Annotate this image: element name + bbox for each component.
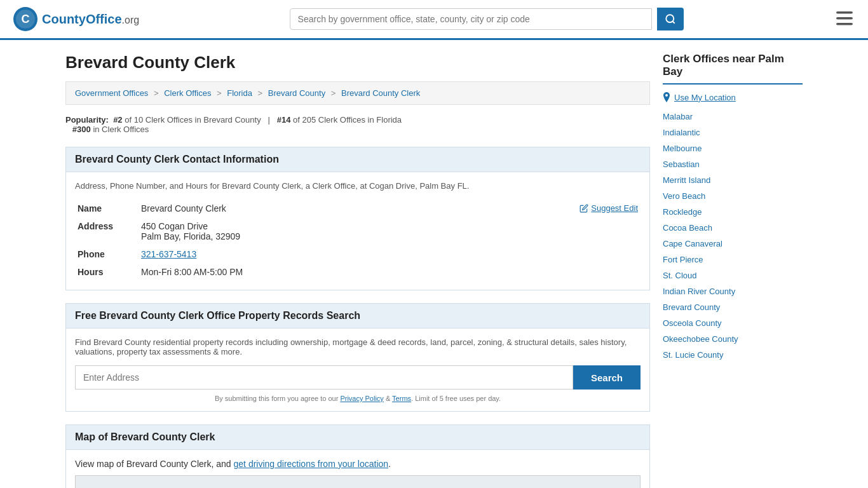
property-search-button[interactable]: Search — [573, 365, 641, 390]
popularity-desc2: of 205 Clerk Offices in Florida — [293, 115, 402, 125]
breadcrumb-link-gov[interactable]: Government Offices — [75, 88, 148, 98]
location-pin-icon — [663, 92, 670, 102]
breadcrumb-link-clerk[interactable]: Clerk Offices — [164, 88, 211, 98]
contact-section-body: Address, Phone Number, and Hours for Bre… — [65, 172, 650, 290]
sidebar-link[interactable]: Malabar — [663, 109, 803, 125]
address-input[interactable] — [75, 365, 573, 390]
sidebar-link[interactable]: Merritt Island — [663, 172, 803, 188]
header-search-input[interactable] — [290, 8, 652, 30]
contact-name-row: Name Brevard County Clerk Suggest Edit — [75, 200, 641, 217]
sidebar-link[interactable]: Okeechobee County — [663, 331, 803, 347]
sidebar-link[interactable]: Sebastian — [663, 156, 803, 172]
bc-sep-2: > — [217, 88, 222, 98]
popularity-rank3: #300 — [72, 125, 91, 134]
address-search-row: Search — [75, 365, 641, 390]
popularity-label: Popularity: — [65, 115, 109, 125]
breadcrumb: Government Offices > Clerk Offices > Flo… — [65, 81, 650, 105]
phone-label: Phone — [75, 245, 139, 263]
popularity-desc1: of 10 Clerk Offices in Brevard County — [125, 115, 261, 125]
name-value: Brevard County Clerk Suggest Edit — [139, 200, 641, 217]
popularity-rank2: #14 — [277, 115, 291, 125]
map-placeholder — [75, 475, 641, 488]
content-area: Brevard County Clerk Government Offices … — [65, 53, 650, 488]
contact-hours-row: Hours Mon-Fri 8:00 AM-5:00 PM — [75, 263, 641, 281]
sidebar: Clerk Offices near Palm Bay Use My Locat… — [663, 53, 803, 488]
phone-value: 321-637-5413 — [139, 245, 641, 263]
phone-link[interactable]: 321-637-5413 — [141, 249, 196, 259]
address-label: Address — [75, 217, 139, 245]
svg-line-4 — [672, 21, 674, 23]
breadcrumb-link-current[interactable]: Brevard County Clerk — [341, 88, 420, 98]
property-section-header: Free Brevard County Clerk Office Propert… — [65, 303, 650, 329]
bc-sep-3: > — [258, 88, 263, 98]
contact-phone-row: Phone 321-637-5413 — [75, 245, 641, 263]
name-label: Name — [75, 200, 139, 217]
hours-label: Hours — [75, 263, 139, 281]
logo-icon: C — [13, 6, 38, 32]
use-my-location-button[interactable]: Use My Location — [663, 92, 736, 102]
map-description: View map of Brevard County Clerk, and ge… — [75, 459, 641, 469]
driving-directions-link[interactable]: get driving directions from your locatio… — [234, 459, 389, 469]
header-search-area — [290, 8, 684, 30]
suggest-edit-button[interactable]: Suggest Edit — [580, 203, 638, 213]
header-search-button[interactable] — [657, 8, 684, 30]
site-header: C CountyOffice.org — [0, 0, 868, 40]
sidebar-link[interactable]: Rockledge — [663, 204, 803, 220]
property-section-body: Find Brevard County residential property… — [65, 329, 650, 412]
sidebar-link[interactable]: Cocoa Beach — [663, 220, 803, 236]
menu-button[interactable] — [834, 9, 855, 30]
svg-point-3 — [666, 15, 674, 22]
map-section-body: View map of Brevard County Clerk, and ge… — [65, 450, 650, 488]
sidebar-link[interactable]: St. Cloud — [663, 268, 803, 283]
logo-area: C CountyOffice.org — [13, 6, 139, 32]
contact-address-row: Address 450 Cogan Drive Palm Bay, Florid… — [75, 217, 641, 245]
sidebar-link[interactable]: Brevard County — [663, 299, 803, 315]
svg-rect-5 — [836, 11, 853, 14]
sidebar-link[interactable]: Indialantic — [663, 125, 803, 140]
popularity-desc3: in Clerk Offices — [93, 125, 149, 134]
edit-icon — [580, 204, 588, 213]
contact-section-header: Brevard County Clerk Contact Information — [65, 147, 650, 172]
sidebar-title: Clerk Offices near Palm Bay — [663, 53, 803, 85]
map-section-header: Map of Brevard County Clerk — [65, 424, 650, 450]
sidebar-link[interactable]: Cape Canaveral — [663, 236, 803, 252]
main-container: Brevard County Clerk Government Offices … — [53, 40, 815, 488]
breadcrumb-link-florida[interactable]: Florida — [227, 88, 252, 98]
sidebar-link[interactable]: Melbourne — [663, 140, 803, 156]
contact-description: Address, Phone Number, and Hours for Bre… — [75, 181, 641, 191]
sidebar-link[interactable]: Vero Beach — [663, 188, 803, 204]
svg-rect-7 — [836, 23, 853, 25]
sidebar-link[interactable]: Indian River County — [663, 283, 803, 299]
terms-link[interactable]: Terms — [392, 395, 411, 402]
sidebar-link[interactable]: Osceola County — [663, 315, 803, 331]
svg-rect-6 — [836, 17, 853, 20]
popularity-section: Popularity: #2 of 10 Clerk Offices in Br… — [65, 115, 650, 134]
logo-text: CountyOffice.org — [42, 12, 139, 27]
breadcrumb-link-brevard[interactable]: Brevard County — [268, 88, 325, 98]
sidebar-links-list: MalabarIndialanticMelbourneSebastianMerr… — [663, 109, 803, 363]
hours-value: Mon-Fri 8:00 AM-5:00 PM — [139, 263, 641, 281]
popularity-rank1: #2 — [113, 115, 122, 125]
bc-sep-1: > — [154, 88, 159, 98]
address-value: 450 Cogan Drive Palm Bay, Florida, 32909 — [139, 217, 641, 245]
privacy-policy-link[interactable]: Privacy Policy — [340, 395, 383, 402]
hamburger-icon — [836, 11, 853, 25]
search-icon — [665, 13, 676, 25]
sidebar-link[interactable]: Fort Pierce — [663, 252, 803, 268]
property-description: Find Brevard County residential property… — [75, 337, 641, 356]
form-disclaimer: By submitting this form you agree to our… — [75, 395, 641, 402]
bc-sep-4: > — [331, 88, 336, 98]
page-title: Brevard County Clerk — [65, 53, 650, 72]
svg-text:C: C — [22, 13, 30, 25]
sidebar-link[interactable]: St. Lucie County — [663, 347, 803, 363]
contact-table: Name Brevard County Clerk Suggest Edit — [75, 200, 641, 281]
